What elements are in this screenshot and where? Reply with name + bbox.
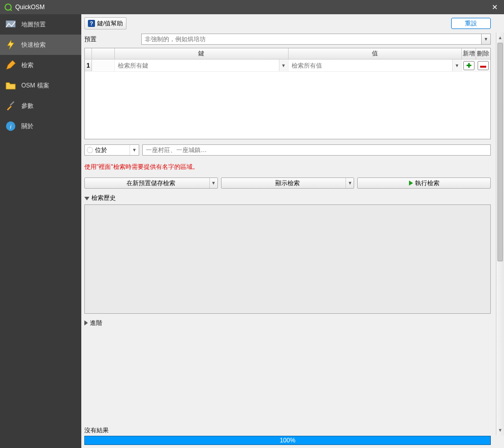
sidebar-item-label: 關於 — [21, 122, 34, 131]
run-query-button[interactable]: 執行檢索 — [357, 177, 491, 189]
chevron-down-icon — [84, 195, 89, 202]
warning-text: 使用"裡面"檢索時需要提供有名字的區域。 — [84, 163, 491, 171]
location-input[interactable] — [142, 144, 491, 156]
run-query-label: 執行檢索 — [415, 179, 439, 188]
sidebar-item-query[interactable]: 檢索 — [0, 55, 81, 75]
col-header-condition — [92, 48, 115, 59]
scroll-thumb[interactable] — [497, 43, 503, 261]
preset-combo[interactable]: ▼ — [141, 34, 491, 45]
sidebar-item-label: 地圖預置 — [21, 20, 46, 29]
sidebar-item-label: 檢索 — [21, 61, 34, 70]
spinner-icon — [87, 147, 93, 153]
col-header-delete: 刪除 — [476, 48, 490, 59]
history-expander[interactable]: 檢索歷史 — [84, 194, 491, 202]
advanced-label: 進階 — [90, 319, 102, 327]
col-header-key: 鍵 — [115, 48, 289, 59]
location-mode-label: 位於 — [95, 146, 107, 155]
chevron-right-icon — [84, 320, 88, 327]
query-table: 鍵 值 新增 刪除 1 ▼ ▼ — [84, 48, 491, 139]
history-label: 檢索歷史 — [91, 194, 116, 202]
scrollbar-vertical[interactable]: ▲ ▼ — [496, 33, 504, 435]
window-title: QuickOSM — [15, 4, 490, 11]
col-header-value: 值 — [289, 48, 462, 59]
progress-value: 100% — [280, 437, 296, 444]
save-preset-button[interactable]: 在新預置儲存檢索 ▼ — [84, 177, 218, 189]
show-query-label: 顯示檢索 — [275, 179, 300, 188]
play-icon — [409, 181, 413, 186]
value-input[interactable] — [289, 59, 453, 71]
close-icon[interactable]: ✕ — [490, 3, 500, 11]
svg-rect-1 — [6, 21, 15, 27]
main-panel: ▲ ▼ ? 鍵/值幫助 重設 預置 ▼ 鍵 值 新增 — [81, 14, 504, 448]
dropdown-icon[interactable]: ▼ — [130, 145, 139, 155]
preset-label: 預置 — [84, 35, 141, 44]
dropdown-icon[interactable]: ▼ — [482, 34, 491, 45]
progress-bar: 100% — [84, 436, 491, 445]
table-row: 1 ▼ ▼ ✚ ▬ — [85, 59, 490, 72]
folder-icon — [5, 80, 16, 91]
add-row-button[interactable]: ✚ — [463, 61, 475, 70]
sidebar: 地圖預置 快速檢索 檢索 OSM 檔案 參數 i 關於 — [0, 14, 81, 448]
titlebar: QuickOSM ✕ — [0, 0, 504, 14]
preset-input[interactable] — [141, 34, 482, 45]
sidebar-item-label: 參數 — [21, 102, 34, 110]
info-icon: i — [5, 121, 16, 132]
key-input[interactable] — [115, 59, 279, 71]
dropdown-icon[interactable]: ▼ — [279, 59, 288, 71]
help-label: 鍵/值幫助 — [97, 19, 123, 28]
show-query-button[interactable]: 顯示檢索 ▼ — [221, 177, 355, 189]
row-index: 1 — [85, 59, 92, 71]
sidebar-item-map-presets[interactable]: 地圖預置 — [0, 14, 81, 35]
scroll-up-icon[interactable]: ▲ — [496, 34, 504, 42]
app-icon — [4, 3, 12, 11]
col-header-index — [85, 48, 92, 59]
location-mode-combo[interactable]: 位於 ▼ — [84, 144, 139, 156]
scroll-down-icon[interactable]: ▼ — [496, 426, 504, 434]
save-preset-label: 在新預置儲存檢索 — [127, 179, 175, 188]
sidebar-item-label: OSM 檔案 — [21, 81, 49, 90]
history-list[interactable] — [84, 204, 491, 314]
sidebar-item-parameters[interactable]: 參數 — [0, 96, 81, 116]
advanced-expander[interactable]: 進階 — [84, 319, 491, 327]
condition-button[interactable] — [92, 59, 114, 71]
sidebar-item-quick-query[interactable]: 快速檢索 — [0, 35, 81, 55]
flash-icon — [5, 39, 16, 50]
sidebar-item-about[interactable]: i 關於 — [0, 116, 81, 136]
dropdown-icon[interactable]: ▼ — [209, 178, 217, 188]
col-header-add: 新增 — [462, 48, 476, 59]
delete-row-button[interactable]: ▬ — [478, 61, 489, 70]
help-icon: ? — [88, 20, 95, 27]
dropdown-icon[interactable]: ▼ — [452, 59, 461, 71]
value-combo[interactable]: ▼ — [289, 59, 462, 71]
reset-button[interactable]: 重設 — [451, 18, 491, 29]
key-combo[interactable]: ▼ — [115, 59, 288, 71]
status-text: 沒有結果 — [84, 425, 491, 436]
tools-icon — [5, 100, 16, 111]
sidebar-item-label: 快速檢索 — [21, 41, 46, 49]
dropdown-icon[interactable]: ▼ — [345, 178, 354, 188]
map-icon — [5, 19, 16, 30]
pencil-icon — [5, 59, 16, 71]
key-value-help-button[interactable]: ? 鍵/值幫助 — [84, 17, 127, 29]
sidebar-item-osm-file[interactable]: OSM 檔案 — [0, 75, 81, 96]
